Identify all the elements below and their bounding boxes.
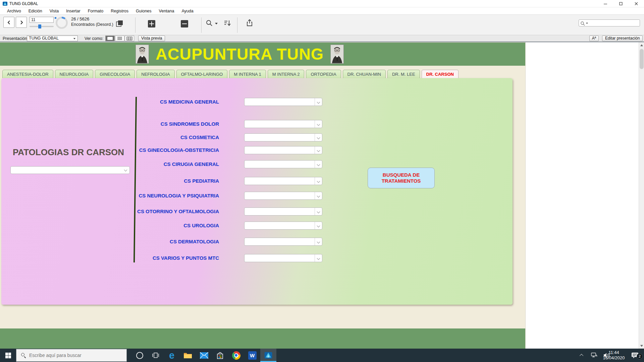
formatting-bar-toggle-button[interactable]: Aª: [589, 36, 599, 41]
field-dropdown-pediatria[interactable]: [244, 177, 322, 185]
list-view-button[interactable]: [115, 36, 124, 41]
filemaker-taskbar-button[interactable]: [260, 349, 276, 362]
chevron-down-icon[interactable]: [315, 192, 322, 199]
busqueda-tratamientos-button[interactable]: BUSQUEDA DE TRATAMIENTOS: [368, 168, 435, 188]
record-slider[interactable]: [30, 26, 54, 27]
edit-layout-button[interactable]: Editar presentación: [602, 36, 643, 41]
menu-guiones[interactable]: Guiones: [132, 7, 155, 15]
menu-edicion[interactable]: Edición: [25, 7, 46, 15]
vertical-scrollbar[interactable]: [639, 42, 644, 349]
taskbar-search-box[interactable]: [16, 349, 127, 362]
menu-registros[interactable]: Registros: [107, 7, 132, 15]
tab-m-interna-1[interactable]: M INTERNA 1: [229, 70, 266, 78]
tab-oftalmo-laringo[interactable]: OFTALMO-LARINGO: [176, 70, 228, 78]
presentation-dropdown[interactable]: TUNG GLOBAL: [27, 36, 78, 41]
quick-search-box[interactable]: [579, 19, 640, 26]
share-icon[interactable]: [246, 19, 254, 28]
mail-button[interactable]: [196, 349, 212, 362]
word-icon: W: [248, 351, 257, 360]
tab-dr-chuan-min[interactable]: DR. CHUAN-MIN: [343, 70, 386, 78]
menu-archivo[interactable]: Archivo: [3, 7, 25, 15]
sort-icon[interactable]: [223, 19, 231, 28]
chevron-down-icon[interactable]: [315, 177, 322, 185]
cortana-button[interactable]: [131, 349, 148, 362]
tab-bar: ANESTESIA-DOLOR NEUROLOGIA GINECOLOGIA N…: [2, 70, 459, 78]
chevron-up-icon: [580, 354, 583, 358]
tab-ortopedia[interactable]: ORTOPEDIA: [306, 70, 341, 78]
scroll-up-arrow[interactable]: [639, 42, 644, 48]
delete-record-button[interactable]: [181, 20, 188, 27]
tab-dr-m-lee[interactable]: DR. M. LEE: [387, 70, 420, 78]
preview-button[interactable]: Vista previa: [138, 36, 165, 41]
find-icon[interactable]: [205, 19, 213, 28]
chevron-down-icon[interactable]: [315, 208, 322, 215]
find-options-caret-icon[interactable]: [215, 23, 218, 24]
scroll-down-arrow[interactable]: [639, 343, 644, 349]
menu-ayuda[interactable]: Ayuda: [178, 7, 197, 15]
maximize-button[interactable]: [613, 0, 629, 7]
field-dropdown-urologia[interactable]: [244, 222, 322, 230]
field-label: CS OTORRINO Y OFTALMOLOGIA: [137, 208, 219, 214]
field-dropdown-neurologia-psiquiatria[interactable]: [244, 192, 322, 200]
chevron-down-icon: [73, 38, 75, 40]
field-dropdown-ginecologia-obstetricia[interactable]: [244, 146, 322, 154]
minimize-button[interactable]: [598, 0, 613, 7]
edge-icon: e: [169, 351, 174, 360]
chevron-down-icon[interactable]: [315, 146, 322, 154]
current-record-input[interactable]: [30, 17, 54, 23]
taskbar-search-input[interactable]: [29, 353, 120, 358]
tab-ginecologia[interactable]: GINECOLOGIA: [95, 70, 135, 78]
file-explorer-button[interactable]: [180, 349, 196, 362]
field-dropdown-dermatologia[interactable]: [244, 238, 322, 246]
edge-button[interactable]: e: [164, 349, 180, 362]
tab-dr-carson[interactable]: DR. CARSON: [422, 70, 459, 78]
field-dropdown-medicina-general[interactable]: [244, 98, 322, 106]
tung-portrait-photo: [136, 45, 149, 64]
tab-anestesia-dolor[interactable]: ANESTESIA-DOLOR: [2, 70, 53, 78]
header-banner: ACUPUNTURA TUNG: [0, 43, 525, 66]
table-view-button[interactable]: [125, 36, 134, 41]
network-tray-button[interactable]: [589, 349, 600, 362]
menu-vista[interactable]: Vista: [46, 7, 63, 15]
menu-ventana[interactable]: Ventana: [155, 7, 178, 15]
field-dropdown-otorrino-oftalmologia[interactable]: [244, 207, 322, 216]
form-view-button[interactable]: [105, 36, 115, 41]
field-dropdown-sindromes-dolor[interactable]: [244, 120, 322, 128]
show-all-icon[interactable]: [115, 19, 124, 29]
field-dropdown-varios-puntos-mtc[interactable]: [244, 254, 322, 262]
close-button[interactable]: [629, 0, 644, 7]
next-record-button[interactable]: [16, 17, 27, 28]
chevron-down-icon[interactable]: [315, 161, 322, 168]
tray-show-hidden-icons-button[interactable]: [578, 349, 586, 362]
quick-search-input[interactable]: [589, 20, 639, 26]
new-record-button[interactable]: [148, 20, 155, 27]
previous-record-button[interactable]: [3, 17, 14, 28]
chevron-down-icon[interactable]: [315, 254, 322, 262]
search-scope-caret-icon[interactable]: [586, 23, 588, 24]
menu-formato[interactable]: Formato: [84, 7, 107, 15]
tab-neurologia[interactable]: NEUROLOGIA: [55, 70, 94, 78]
field-dropdown-cirugia-general[interactable]: [244, 160, 322, 168]
app-banner-title: ACUPUNTURA TUNG: [156, 45, 324, 63]
task-view-button[interactable]: [148, 349, 164, 362]
chevron-down-icon[interactable]: [315, 134, 322, 141]
start-button[interactable]: [0, 349, 16, 362]
store-button[interactable]: [212, 349, 228, 362]
taskbar-clock[interactable]: 11:44 16/04/2020: [600, 350, 627, 361]
word-button[interactable]: W: [244, 349, 260, 362]
chrome-button[interactable]: [228, 349, 244, 362]
scrollbar-thumb[interactable]: [640, 49, 644, 69]
chevron-down-icon[interactable]: [315, 238, 322, 245]
field-row: CS COSMETICA: [1, 133, 513, 141]
chevron-down-icon[interactable]: [315, 222, 322, 229]
tab-m-interna-2[interactable]: M INTERNA 2: [268, 70, 305, 78]
chevron-down-icon[interactable]: [315, 98, 322, 106]
field-label: CS NEUROLOGIA Y PSIQUIATRIA: [137, 193, 219, 198]
record-slider-thumb[interactable]: [38, 24, 41, 28]
tab-nefrologia[interactable]: NEFROLOGIA: [137, 70, 174, 78]
menu-insertar[interactable]: Insertar: [62, 7, 84, 15]
field-dropdown-cosmetica[interactable]: [244, 133, 322, 141]
chevron-down-icon[interactable]: [315, 120, 322, 128]
cortana-icon: [136, 352, 143, 359]
field-label: CS UROLOGIA: [137, 223, 219, 228]
